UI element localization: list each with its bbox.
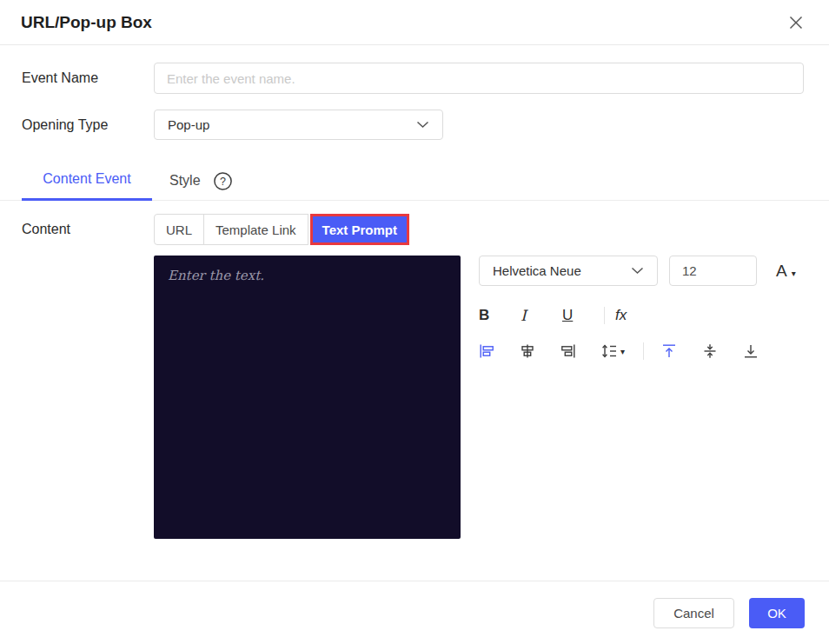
content-type-url-button[interactable]: URL [154,214,204,245]
close-button[interactable] [786,12,806,33]
underline-button[interactable]: U [562,307,585,324]
text-toolbar: Helvetica Neue A ▾ B I U fx [479,256,805,360]
align-row: ▾ [479,342,805,360]
caret-down-icon: ▾ [792,269,796,278]
bold-button[interactable]: B [479,307,501,324]
font-controls-row: Helvetica Neue A ▾ [479,256,805,286]
opening-type-value: Pop-up [168,117,209,132]
content-row: Content URL Template Link Text Prompt [0,214,829,245]
tab-content-event[interactable]: Content Event [22,163,152,201]
vertical-align-middle-icon [702,343,718,359]
chevron-down-icon [416,121,429,129]
format-row: B I U fx [479,307,805,324]
line-spacing-button[interactable]: ▾ [601,343,625,359]
align-right-button[interactable] [560,343,576,359]
editor-placeholder: Enter the text. [168,268,264,283]
ok-button[interactable]: OK [749,598,805,628]
tab-style-label: Style [169,173,201,188]
opening-type-select[interactable]: Pop-up [154,110,443,140]
dialog-header: URL/Pop-up Box [0,0,829,45]
opening-type-label: Opening Type [22,117,154,133]
vertical-align-top-icon [661,343,677,359]
content-label: Content [22,222,154,237]
vertical-align-bottom-icon [743,343,759,359]
font-family-select[interactable]: Helvetica Neue [479,256,658,286]
vertical-align-top-button[interactable] [661,343,677,359]
tab-content-event-label: Content Event [43,171,130,186]
content-type-group: URL Template Link Text Prompt [154,214,409,245]
formula-button[interactable]: fx [615,307,638,324]
font-color-label: A [776,262,787,279]
toolbar-divider [643,342,644,360]
dialog-title: URL/Pop-up Box [21,13,152,32]
toolbar-divider [604,307,605,324]
content-type-text-prompt-button[interactable]: Text Prompt [313,216,407,242]
line-spacing-icon [601,343,617,359]
align-center-icon [520,343,535,359]
text-prompt-highlight-box: Text Prompt [310,214,409,245]
vertical-align-bottom-button[interactable] [743,343,759,359]
caret-down-icon: ▾ [620,347,625,356]
vertical-align-middle-button[interactable] [702,343,718,359]
text-editor[interactable]: Enter the text. [154,256,461,539]
event-name-input[interactable] [154,63,804,94]
url-popup-dialog: URL/Pop-up Box Event Name Opening Type P… [0,0,829,644]
italic-button[interactable]: I [521,307,543,324]
align-center-button[interactable] [520,343,535,359]
opening-type-row: Opening Type Pop-up [0,110,829,140]
help-icon: ? [213,171,233,191]
align-left-button[interactable] [479,343,494,359]
font-size-input[interactable] [669,256,757,286]
content-type-template-link-button[interactable]: Template Link [203,214,308,245]
tab-style[interactable]: Style [169,165,201,200]
font-color-button[interactable]: A ▾ [776,262,796,279]
event-name-row: Event Name [0,63,829,94]
event-name-label: Event Name [22,70,154,86]
help-button[interactable]: ? [213,171,233,191]
close-icon [787,14,805,31]
tab-bar: Content Event Style ? [0,163,829,201]
svg-text:?: ? [220,176,226,188]
cancel-button[interactable]: Cancel [653,598,734,628]
dialog-footer: Cancel OK [0,581,829,644]
align-right-icon [560,343,576,359]
align-left-icon [479,343,494,359]
font-family-value: Helvetica Neue [493,263,581,278]
editor-section: Enter the text. Helvetica Neue A ▾ B I [0,256,829,539]
chevron-down-icon [631,267,644,275]
